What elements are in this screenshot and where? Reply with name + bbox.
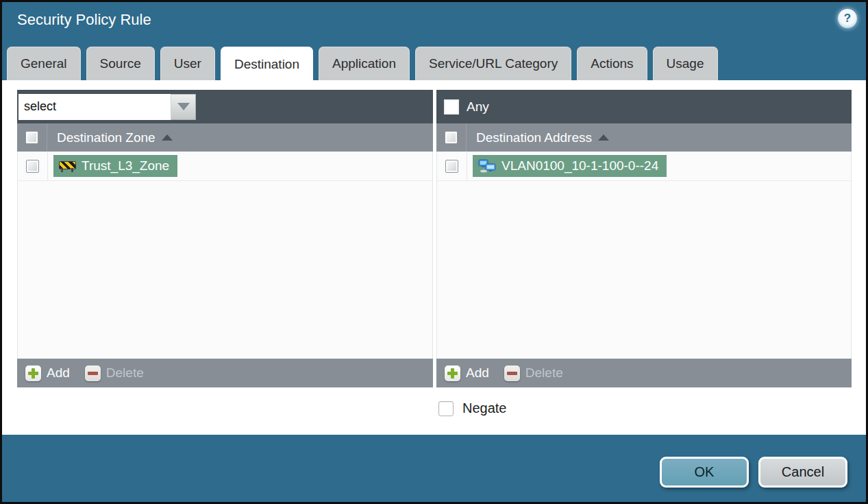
add-plus-icon: [25, 365, 41, 381]
zone-value-label: Trust_L3_Zone: [82, 158, 169, 173]
zone-barrier-icon: [59, 160, 76, 172]
destination-tab-content: Destination Zone Trust_L3_Zone: [2, 80, 866, 435]
zone-delete-label: Delete: [106, 365, 144, 381]
ok-button[interactable]: OK: [660, 457, 749, 488]
any-label: Any: [467, 99, 489, 115]
sort-ascending-icon: [162, 134, 173, 141]
address-row-checkbox-cell: [437, 152, 467, 180]
address-value-label: VLAN0100_10-1-100-0--24: [501, 158, 658, 173]
address-select-all-checkbox[interactable]: [445, 131, 458, 144]
zone-grid-header: Destination Zone: [17, 123, 433, 152]
table-row[interactable]: VLAN0100_10-1-100-0--24: [437, 152, 851, 181]
table-row[interactable]: Trust_L3_Zone: [18, 152, 432, 181]
zone-select-all-checkbox[interactable]: [25, 131, 38, 144]
tab-usage[interactable]: Usage: [653, 47, 718, 80]
negate-label: Negate: [462, 400, 507, 416]
sort-ascending-icon: [598, 134, 609, 141]
tab-general[interactable]: General: [7, 47, 81, 80]
zone-select-dropdown-button[interactable]: [171, 94, 196, 120]
zone-column-header[interactable]: Destination Zone: [57, 130, 173, 145]
address-add-button[interactable]: Add: [445, 365, 489, 381]
delete-minus-icon: [504, 365, 520, 381]
zone-select-combo: [18, 94, 196, 120]
zone-add-button[interactable]: Add: [25, 365, 70, 381]
address-row-checkbox[interactable]: [445, 160, 458, 173]
zone-column-header-label: Destination Zone: [57, 130, 156, 145]
destination-address-panel: Any Destination Address: [436, 90, 852, 387]
help-icon[interactable]: ?: [838, 9, 857, 28]
zone-value-chip[interactable]: Trust_L3_Zone: [53, 155, 177, 177]
address-column-header-label: Destination Address: [476, 130, 592, 145]
address-delete-label: Delete: [525, 365, 563, 381]
address-value-chip[interactable]: VLAN0100_10-1-100-0--24: [473, 155, 667, 177]
zone-select-input[interactable]: [18, 94, 171, 120]
cancel-button[interactable]: Cancel: [758, 457, 847, 488]
destination-zone-panel: Destination Zone Trust_L3_Zone: [17, 90, 433, 387]
negate-checkbox[interactable]: [438, 401, 454, 416]
tab-user[interactable]: User: [160, 47, 215, 80]
zone-delete-button[interactable]: Delete: [85, 365, 144, 381]
address-column-header[interactable]: Destination Address: [476, 130, 609, 145]
delete-minus-icon: [85, 365, 101, 381]
dialog-title: Security Policy Rule: [17, 11, 151, 29]
chevron-down-icon: [177, 103, 190, 110]
address-any-bar: Any: [436, 90, 852, 123]
zone-grid-body: Trust_L3_Zone: [17, 152, 433, 359]
tab-application[interactable]: Application: [319, 47, 410, 80]
zone-row-checkbox-cell: [18, 152, 48, 180]
security-policy-rule-dialog: Security Policy Rule ? General Source Us…: [0, 0, 868, 504]
tab-source[interactable]: Source: [86, 47, 155, 80]
address-delete-button[interactable]: Delete: [504, 365, 563, 381]
zone-add-label: Add: [47, 365, 70, 381]
zone-toolbar: Add Delete: [17, 359, 433, 387]
add-plus-icon: [445, 365, 460, 381]
tab-destination[interactable]: Destination: [221, 47, 313, 82]
network-address-icon: [478, 159, 496, 173]
address-toolbar: Add Delete: [436, 359, 852, 387]
zone-header-checkbox-cell: [17, 123, 47, 152]
address-grid-body: VLAN0100_10-1-100-0--24: [436, 152, 852, 359]
tab-service-url-category[interactable]: Service/URL Category: [415, 47, 571, 80]
any-checkbox[interactable]: [444, 99, 459, 115]
tab-actions[interactable]: Actions: [577, 47, 647, 80]
address-grid-header: Destination Address: [436, 123, 852, 152]
address-header-checkbox-cell: [436, 123, 467, 152]
negate-row: Negate: [438, 400, 507, 416]
tab-strip: General Source User Destination Applicat…: [7, 47, 718, 80]
address-add-label: Add: [466, 365, 489, 381]
zone-filter-bar: [17, 90, 433, 123]
zone-row-checkbox[interactable]: [26, 160, 39, 173]
